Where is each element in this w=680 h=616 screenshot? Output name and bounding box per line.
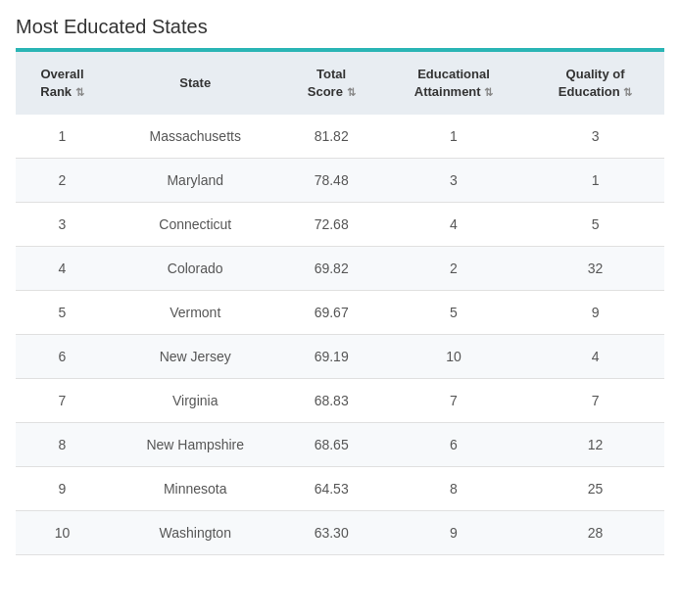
table-row: 3Connecticut72.6845 [16,203,664,247]
sort-icon-attainment: ⇅ [484,85,493,100]
cell-total-score: 69.19 [281,335,380,379]
cell-total-score: 72.68 [281,203,380,247]
cell-state: Connecticut [109,203,281,247]
col-header-quality-of-education[interactable]: Quality ofEducation ⇅ [526,52,664,115]
cell-quality-of-education: 28 [526,511,664,555]
col-header-state[interactable]: State [109,52,281,115]
cell-quality-of-education: 25 [526,467,664,511]
cell-educational-attainment: 10 [381,335,526,379]
cell-educational-attainment: 8 [381,467,526,511]
cell-state: Maryland [109,159,281,203]
cell-state: Vermont [109,291,281,335]
cell-total-score: 68.83 [281,379,380,423]
cell-rank: 2 [16,159,109,203]
cell-total-score: 63.30 [281,511,380,555]
cell-educational-attainment: 4 [381,203,526,247]
col-header-educational-attainment[interactable]: EducationalAttainment ⇅ [381,52,526,115]
most-educated-states-table: OverallRank ⇅ State TotalScore ⇅ Educati… [16,52,664,555]
cell-quality-of-education: 4 [526,335,664,379]
cell-rank: 8 [16,423,109,467]
table-row: 1Massachusetts81.8213 [16,115,664,159]
cell-state: Massachusetts [109,115,281,159]
cell-state: Washington [109,511,281,555]
cell-educational-attainment: 9 [381,511,526,555]
table-row: 6New Jersey69.19104 [16,335,664,379]
cell-educational-attainment: 1 [381,115,526,159]
cell-educational-attainment: 6 [381,423,526,467]
cell-state: Virginia [109,379,281,423]
table-row: 4Colorado69.82232 [16,247,664,291]
cell-total-score: 81.82 [281,115,380,159]
sort-icon-quality: ⇅ [623,85,632,100]
table-row: 7Virginia68.8377 [16,379,664,423]
cell-rank: 7 [16,379,109,423]
cell-quality-of-education: 12 [526,423,664,467]
cell-quality-of-education: 7 [526,379,664,423]
sort-icon-score: ⇅ [347,85,356,100]
col-header-overall-rank[interactable]: OverallRank ⇅ [16,52,109,115]
cell-quality-of-education: 9 [526,291,664,335]
cell-rank: 10 [16,511,109,555]
cell-educational-attainment: 2 [381,247,526,291]
page-title: Most Educated States [16,16,664,38]
cell-educational-attainment: 7 [381,379,526,423]
cell-state: New Jersey [109,335,281,379]
cell-total-score: 78.48 [281,159,380,203]
table-row: 2Maryland78.4831 [16,159,664,203]
cell-rank: 6 [16,335,109,379]
cell-quality-of-education: 5 [526,203,664,247]
cell-rank: 4 [16,247,109,291]
cell-quality-of-education: 3 [526,115,664,159]
table-row: 9Minnesota64.53825 [16,467,664,511]
cell-state: New Hampshire [109,423,281,467]
table-row: 10Washington63.30928 [16,511,664,555]
cell-state: Colorado [109,247,281,291]
cell-rank: 5 [16,291,109,335]
col-header-total-score[interactable]: TotalScore ⇅ [281,52,380,115]
table-header-row: OverallRank ⇅ State TotalScore ⇅ Educati… [16,52,664,115]
cell-rank: 3 [16,203,109,247]
cell-total-score: 69.67 [281,291,380,335]
cell-total-score: 69.82 [281,247,380,291]
cell-quality-of-education: 32 [526,247,664,291]
table-row: 8New Hampshire68.65612 [16,423,664,467]
cell-rank: 9 [16,467,109,511]
table-row: 5Vermont69.6759 [16,291,664,335]
cell-total-score: 68.65 [281,423,380,467]
sort-icon-rank: ⇅ [75,85,84,100]
cell-total-score: 64.53 [281,467,380,511]
cell-quality-of-education: 1 [526,159,664,203]
cell-educational-attainment: 5 [381,291,526,335]
cell-educational-attainment: 3 [381,159,526,203]
cell-state: Minnesota [109,467,281,511]
cell-rank: 1 [16,115,109,159]
